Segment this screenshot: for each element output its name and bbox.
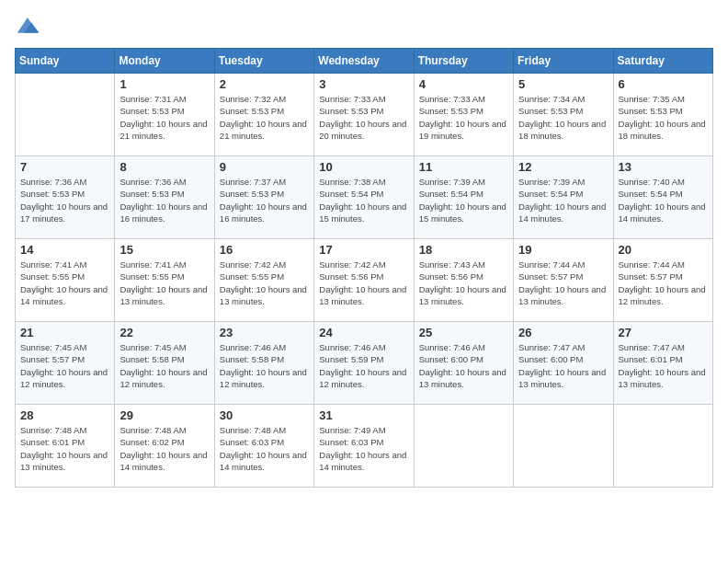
- day-info: Sunrise: 7:31 AM Sunset: 5:53 PM Dayligh…: [119, 93, 209, 142]
- day-of-week-header: Thursday: [414, 49, 513, 74]
- day-number: 23: [220, 326, 309, 339]
- calendar-cell: 2Sunrise: 7:32 AM Sunset: 5:53 PM Daylig…: [214, 74, 313, 156]
- calendar-cell: 19Sunrise: 7:44 AM Sunset: 5:57 PM Dayli…: [514, 239, 613, 322]
- calendar-cell: 1Sunrise: 7:31 AM Sunset: 5:53 PM Daylig…: [115, 74, 214, 156]
- calendar-week-row: 7Sunrise: 7:36 AM Sunset: 5:53 PM Daylig…: [16, 156, 713, 239]
- day-info: Sunrise: 7:43 AM Sunset: 5:56 PM Dayligh…: [419, 259, 508, 307]
- day-number: 31: [319, 408, 408, 422]
- day-info: Sunrise: 7:38 AM Sunset: 5:54 PM Dayligh…: [319, 176, 408, 224]
- calendar-cell: 6Sunrise: 7:35 AM Sunset: 5:53 PM Daylig…: [613, 74, 712, 156]
- calendar-cell: 22Sunrise: 7:45 AM Sunset: 5:58 PM Dayli…: [115, 322, 214, 405]
- day-number: 15: [119, 243, 209, 257]
- day-info: Sunrise: 7:45 AM Sunset: 5:58 PM Dayligh…: [119, 341, 209, 390]
- calendar-table: SundayMondayTuesdayWednesdayThursdayFrid…: [15, 48, 713, 488]
- calendar-cell: 21Sunrise: 7:45 AM Sunset: 5:57 PM Dayli…: [16, 322, 115, 405]
- day-info: Sunrise: 7:46 AM Sunset: 5:59 PM Dayligh…: [319, 341, 408, 390]
- calendar-cell: 10Sunrise: 7:38 AM Sunset: 5:54 PM Dayli…: [314, 156, 414, 239]
- calendar-cell: 26Sunrise: 7:47 AM Sunset: 6:00 PM Dayli…: [514, 322, 613, 405]
- day-number: 22: [119, 326, 209, 339]
- calendar-week-row: 1Sunrise: 7:31 AM Sunset: 5:53 PM Daylig…: [16, 74, 713, 156]
- calendar-cell: 23Sunrise: 7:46 AM Sunset: 5:58 PM Dayli…: [214, 322, 313, 405]
- day-number: 25: [419, 326, 508, 339]
- day-number: 5: [518, 77, 608, 91]
- day-number: 8: [119, 160, 209, 174]
- calendar-cell: 16Sunrise: 7:42 AM Sunset: 5:55 PM Dayli…: [214, 239, 313, 322]
- day-info: Sunrise: 7:41 AM Sunset: 5:55 PM Dayligh…: [20, 259, 109, 307]
- day-info: Sunrise: 7:46 AM Sunset: 5:58 PM Dayligh…: [220, 341, 309, 390]
- day-info: Sunrise: 7:34 AM Sunset: 5:53 PM Dayligh…: [518, 93, 608, 142]
- day-number: 6: [619, 77, 708, 91]
- logo: [15, 15, 44, 37]
- day-number: 18: [419, 243, 508, 257]
- day-number: 2: [220, 77, 309, 91]
- day-number: 30: [220, 408, 309, 422]
- day-info: Sunrise: 7:48 AM Sunset: 6:02 PM Dayligh…: [119, 424, 209, 473]
- day-of-week-header: Tuesday: [214, 49, 313, 74]
- day-info: Sunrise: 7:39 AM Sunset: 5:54 PM Dayligh…: [419, 176, 508, 224]
- day-of-week-header: Monday: [115, 49, 214, 74]
- day-number: 19: [518, 243, 608, 257]
- day-number: 1: [119, 77, 209, 91]
- calendar-cell: 18Sunrise: 7:43 AM Sunset: 5:56 PM Dayli…: [414, 239, 513, 322]
- calendar-cell: 4Sunrise: 7:33 AM Sunset: 5:53 PM Daylig…: [414, 74, 513, 156]
- day-number: 28: [20, 408, 109, 422]
- day-number: 20: [619, 243, 708, 257]
- day-number: 24: [319, 326, 408, 339]
- day-number: 17: [319, 243, 408, 257]
- calendar-header-row: SundayMondayTuesdayWednesdayThursdayFrid…: [16, 49, 713, 74]
- calendar-cell: 17Sunrise: 7:42 AM Sunset: 5:56 PM Dayli…: [314, 239, 414, 322]
- logo-icon: [15, 15, 40, 37]
- day-info: Sunrise: 7:40 AM Sunset: 5:54 PM Dayligh…: [619, 176, 708, 224]
- calendar-cell: 31Sunrise: 7:49 AM Sunset: 6:03 PM Dayli…: [314, 405, 414, 488]
- calendar-cell: 9Sunrise: 7:37 AM Sunset: 5:53 PM Daylig…: [214, 156, 313, 239]
- calendar-cell: 27Sunrise: 7:47 AM Sunset: 6:01 PM Dayli…: [613, 322, 712, 405]
- day-info: Sunrise: 7:42 AM Sunset: 5:55 PM Dayligh…: [220, 259, 309, 307]
- day-number: 3: [319, 77, 408, 91]
- day-info: Sunrise: 7:47 AM Sunset: 6:00 PM Dayligh…: [518, 341, 608, 390]
- day-info: Sunrise: 7:45 AM Sunset: 5:57 PM Dayligh…: [20, 341, 109, 390]
- day-info: Sunrise: 7:48 AM Sunset: 6:03 PM Dayligh…: [220, 424, 309, 473]
- day-number: 4: [419, 77, 508, 91]
- calendar-week-row: 14Sunrise: 7:41 AM Sunset: 5:55 PM Dayli…: [16, 239, 713, 322]
- calendar-week-row: 28Sunrise: 7:48 AM Sunset: 6:01 PM Dayli…: [16, 405, 713, 488]
- day-info: Sunrise: 7:46 AM Sunset: 6:00 PM Dayligh…: [419, 341, 508, 390]
- calendar-week-row: 21Sunrise: 7:45 AM Sunset: 5:57 PM Dayli…: [16, 322, 713, 405]
- day-info: Sunrise: 7:37 AM Sunset: 5:53 PM Dayligh…: [220, 176, 309, 224]
- day-info: Sunrise: 7:36 AM Sunset: 5:53 PM Dayligh…: [20, 176, 109, 224]
- calendar-cell: 3Sunrise: 7:33 AM Sunset: 5:53 PM Daylig…: [314, 74, 414, 156]
- page-header: [15, 15, 713, 37]
- calendar-cell: 12Sunrise: 7:39 AM Sunset: 5:54 PM Dayli…: [514, 156, 613, 239]
- calendar-cell: 8Sunrise: 7:36 AM Sunset: 5:53 PM Daylig…: [115, 156, 214, 239]
- day-number: 12: [518, 160, 608, 174]
- day-number: 11: [419, 160, 508, 174]
- calendar-cell: 7Sunrise: 7:36 AM Sunset: 5:53 PM Daylig…: [16, 156, 115, 239]
- calendar-cell: 20Sunrise: 7:44 AM Sunset: 5:57 PM Dayli…: [613, 239, 712, 322]
- day-info: Sunrise: 7:33 AM Sunset: 5:53 PM Dayligh…: [419, 93, 508, 142]
- calendar-cell: [613, 405, 712, 488]
- day-number: 29: [119, 408, 209, 422]
- day-info: Sunrise: 7:41 AM Sunset: 5:55 PM Dayligh…: [119, 259, 209, 307]
- calendar-cell: 13Sunrise: 7:40 AM Sunset: 5:54 PM Dayli…: [613, 156, 712, 239]
- calendar-cell: 14Sunrise: 7:41 AM Sunset: 5:55 PM Dayli…: [16, 239, 115, 322]
- calendar-cell: 11Sunrise: 7:39 AM Sunset: 5:54 PM Dayli…: [414, 156, 513, 239]
- day-info: Sunrise: 7:44 AM Sunset: 5:57 PM Dayligh…: [518, 259, 608, 307]
- day-number: 27: [619, 326, 708, 339]
- day-of-week-header: Sunday: [16, 49, 115, 74]
- day-number: 10: [319, 160, 408, 174]
- day-info: Sunrise: 7:49 AM Sunset: 6:03 PM Dayligh…: [319, 424, 408, 473]
- calendar-cell: 25Sunrise: 7:46 AM Sunset: 6:00 PM Dayli…: [414, 322, 513, 405]
- calendar-cell: 28Sunrise: 7:48 AM Sunset: 6:01 PM Dayli…: [16, 405, 115, 488]
- day-info: Sunrise: 7:48 AM Sunset: 6:01 PM Dayligh…: [20, 424, 109, 473]
- calendar-cell: [16, 74, 115, 156]
- day-info: Sunrise: 7:42 AM Sunset: 5:56 PM Dayligh…: [319, 259, 408, 307]
- day-of-week-header: Friday: [514, 49, 613, 74]
- day-number: 14: [20, 243, 109, 257]
- day-of-week-header: Saturday: [613, 49, 712, 74]
- day-info: Sunrise: 7:47 AM Sunset: 6:01 PM Dayligh…: [619, 341, 708, 390]
- calendar-cell: 15Sunrise: 7:41 AM Sunset: 5:55 PM Dayli…: [115, 239, 214, 322]
- day-number: 21: [20, 326, 109, 339]
- calendar-cell: 24Sunrise: 7:46 AM Sunset: 5:59 PM Dayli…: [314, 322, 414, 405]
- calendar-cell: 29Sunrise: 7:48 AM Sunset: 6:02 PM Dayli…: [115, 405, 214, 488]
- day-info: Sunrise: 7:33 AM Sunset: 5:53 PM Dayligh…: [319, 93, 408, 142]
- day-number: 13: [619, 160, 708, 174]
